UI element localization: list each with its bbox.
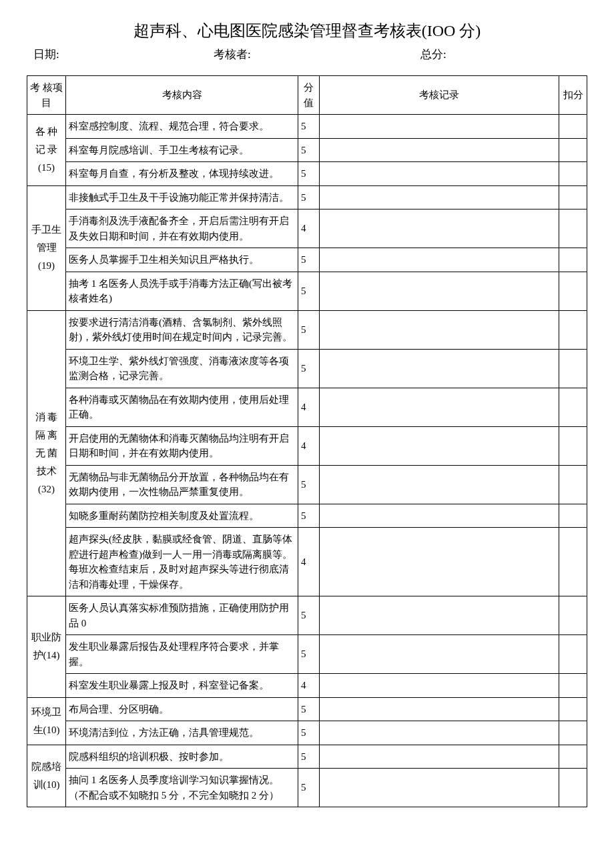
table-row: 发生职业暴露后报告及处理程序符合要求，并掌握。5 (27, 635, 587, 674)
category-cell: 手卫生管理(19) (27, 185, 66, 310)
content-cell: 科室每月院感培训、手卫生考核有记录。 (66, 138, 298, 162)
content-cell: 科室每月自查，有分析及整改，体现持续改进。 (66, 162, 298, 186)
score-cell: 5 (298, 310, 320, 349)
deduct-cell (559, 162, 587, 186)
content-cell: 抽考 1 名医务人员洗手或手消毒方法正确(写出被考核者姓名) (66, 272, 298, 310)
deduct-cell (559, 272, 587, 310)
table-header-row: 考 核项目 考核内容 分值 考核记录 扣分 (27, 76, 587, 115)
record-cell (320, 721, 559, 745)
record-cell (320, 388, 559, 426)
content-cell: 发生职业暴露后报告及处理程序符合要求，并掌握。 (66, 635, 298, 674)
table-row: 消 毒隔 离无 菌技术 (32)按要求进行清洁消毒(酒精、含氯制剂、紫外线照射)… (27, 310, 587, 349)
deduct-cell (559, 248, 587, 272)
assessment-table: 考 核项目 考核内容 分值 考核记录 扣分 各 种记 录(15)科室感控制度、流… (27, 75, 587, 807)
record-cell (320, 745, 559, 769)
score-cell: 5 (298, 349, 320, 388)
record-cell (320, 272, 559, 310)
table-row: 各 种记 录(15)科室感控制度、流程、规范合理，符合要求。5 (27, 115, 587, 139)
deduct-cell (559, 138, 587, 162)
meta-assessor: 考核者: (214, 47, 420, 62)
deduct-cell (559, 769, 587, 807)
score-cell: 5 (298, 697, 320, 721)
table-row: 环境卫生(10)布局合理、分区明确。5 (27, 697, 587, 721)
table-row: 抽考 1 名医务人员洗手或手消毒方法正确(写出被考核者姓名)5 (27, 272, 587, 310)
table-row: 手卫生管理(19)非接触式手卫生及干手设施功能正常并保持清洁。5 (27, 185, 587, 209)
content-cell: 科室感控制度、流程、规范合理，符合要求。 (66, 115, 298, 139)
record-cell (320, 209, 559, 248)
record-cell (320, 528, 559, 596)
record-cell (320, 697, 559, 721)
score-cell: 5 (298, 596, 320, 635)
content-cell: 院感科组织的培训积极、按时参加。 (66, 745, 298, 769)
record-cell (320, 504, 559, 528)
record-cell (320, 349, 559, 388)
table-row: 手消毒剂及洗手液配备齐全，开启后需注明有开启及失效日期和时间，并在有效期内使用。… (27, 209, 587, 248)
score-cell: 4 (298, 528, 320, 596)
deduct-cell (559, 115, 587, 139)
score-cell: 5 (298, 635, 320, 674)
category-cell: 职业防护(14) (27, 596, 66, 698)
record-cell (320, 635, 559, 674)
table-row: 无菌物品与非无菌物品分开放置，各种物品均在有效期内使用，一次性物品严禁重复使用。… (27, 465, 587, 504)
content-cell: 知晓多重耐药菌防控相关制度及处置流程。 (66, 504, 298, 528)
deduct-cell (559, 426, 587, 465)
header-category: 考 核项目 (27, 76, 66, 115)
record-cell (320, 426, 559, 465)
deduct-cell (559, 745, 587, 769)
meta-total: 总分: (420, 47, 581, 62)
record-cell (320, 596, 559, 635)
header-content: 考核内容 (66, 76, 298, 115)
content-cell: 手消毒剂及洗手液配备齐全，开启后需注明有开启及失效日期和时间，并在有效期内使用。 (66, 209, 298, 248)
table-row: 知晓多重耐药菌防控相关制度及处置流程。5 (27, 504, 587, 528)
table-row: 科室每月院感培训、手卫生考核有记录。5 (27, 138, 587, 162)
page-title: 超声科、心电图医院感染管理督查考核表(IOO 分) (27, 20, 587, 41)
score-cell: 5 (298, 721, 320, 745)
deduct-cell (559, 528, 587, 596)
score-cell: 5 (298, 769, 320, 807)
score-cell: 4 (298, 388, 320, 426)
content-cell: 医务人员认真落实标准预防措施，正确使用防护用品 0 (66, 596, 298, 635)
record-cell (320, 115, 559, 139)
table-row: 开启使用的无菌物体和消毒灭菌物品均注明有开启日期和时间，并在有效期内使用。4 (27, 426, 587, 465)
score-cell: 5 (298, 465, 320, 504)
header-deduct: 扣分 (559, 76, 587, 115)
header-score: 分值 (298, 76, 320, 115)
record-cell (320, 248, 559, 272)
table-row: 环境清洁到位，方法正确，洁具管理规范。5 (27, 721, 587, 745)
header-record: 考核记录 (320, 76, 559, 115)
deduct-cell (559, 674, 587, 698)
table-row: 院感培训(10)院感科组织的培训积极、按时参加。5 (27, 745, 587, 769)
content-cell: 医务人员掌握手卫生相关知识且严格执行。 (66, 248, 298, 272)
deduct-cell (559, 185, 587, 209)
score-cell: 5 (298, 185, 320, 209)
table-row: 科室发生职业暴露上报及时，科室登记备案。4 (27, 674, 587, 698)
content-cell: 超声探头(经皮肤，黏膜或经食管、阴道、直肠等体腔进行超声检查)做到一人一用一消毒… (66, 528, 298, 596)
table-row: 抽问 1 名医务人员季度培训学习知识掌握情况。（不配合或不知晓扣 5 分，不完全… (27, 769, 587, 807)
content-cell: 环境卫生学、紫外线灯管强度、消毒液浓度等各项监测合格，记录完善。 (66, 349, 298, 388)
meta-row: 日期: 考核者: 总分: (27, 47, 587, 62)
record-cell (320, 185, 559, 209)
content-cell: 抽问 1 名医务人员季度培训学习知识掌握情况。（不配合或不知晓扣 5 分，不完全… (66, 769, 298, 807)
record-cell (320, 310, 559, 349)
record-cell (320, 769, 559, 807)
score-cell: 5 (298, 248, 320, 272)
deduct-cell (559, 504, 587, 528)
table-row: 医务人员掌握手卫生相关知识且严格执行。5 (27, 248, 587, 272)
deduct-cell (559, 465, 587, 504)
table-row: 职业防护(14)医务人员认真落实标准预防措施，正确使用防护用品 05 (27, 596, 587, 635)
meta-date: 日期: (33, 47, 214, 62)
record-cell (320, 674, 559, 698)
category-cell: 环境卫生(10) (27, 697, 66, 745)
deduct-cell (559, 721, 587, 745)
content-cell: 布局合理、分区明确。 (66, 697, 298, 721)
score-cell: 4 (298, 426, 320, 465)
table-row: 超声探头(经皮肤，黏膜或经食管、阴道、直肠等体腔进行超声检查)做到一人一用一消毒… (27, 528, 587, 596)
content-cell: 无菌物品与非无菌物品分开放置，各种物品均在有效期内使用，一次性物品严禁重复使用。 (66, 465, 298, 504)
score-cell: 5 (298, 504, 320, 528)
category-cell: 院感培训(10) (27, 745, 66, 807)
record-cell (320, 138, 559, 162)
score-cell: 5 (298, 138, 320, 162)
score-cell: 5 (298, 745, 320, 769)
table-row: 科室每月自查，有分析及整改，体现持续改进。5 (27, 162, 587, 186)
content-cell: 环境清洁到位，方法正确，洁具管理规范。 (66, 721, 298, 745)
